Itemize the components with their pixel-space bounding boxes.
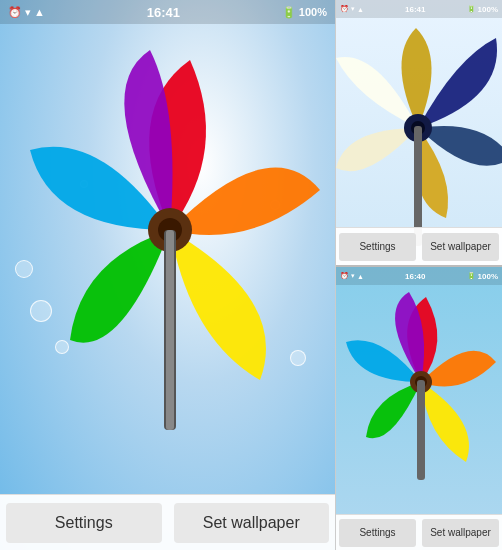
left-status-icons-right: 🔋 100% [282,6,327,19]
right-top-section: ⏰ ▾ ▲ 16:41 🔋 100% [336,0,502,265]
rb-alarm-icon: ⏰ [340,272,349,280]
rt-wifi-icon: ▾ [351,5,355,13]
svg-rect-3 [166,230,174,430]
rt-battery-pct: 100% [478,5,498,14]
left-time: 16:41 [147,5,180,20]
rt-battery-icon: 🔋 [467,5,476,13]
right-bottom-status-bar: ⏰ ▾ ▲ 16:40 🔋 100% [336,267,502,285]
right-top-pinwheel [336,18,502,248]
right-bottom-bottom-bar: Settings Set wallpaper [336,514,502,550]
right-top-status-bar: ⏰ ▾ ▲ 16:41 🔋 100% [336,0,502,18]
set-wallpaper-button-right-top[interactable]: Set wallpaper [422,233,499,261]
rb-wifi-icon: ▾ [351,272,355,280]
left-pinwheel [20,30,320,440]
signal-icon: ▲ [34,6,45,18]
right-bottom-time: 16:40 [405,272,425,281]
left-bottom-bar: Settings Set wallpaper [0,494,335,550]
svg-rect-9 [417,380,425,480]
rt-signal-icon: ▲ [357,6,364,13]
right-bottom-section: ⏰ ▾ ▲ 16:40 🔋 100% Settings Set w [336,267,502,550]
left-panel: ⏰ ▾ ▲ 16:41 🔋 100% [0,0,335,550]
right-top-time: 16:41 [405,5,425,14]
wifi-icon: ▾ [25,6,31,19]
rb-battery-group: 🔋 100% [467,272,498,281]
rt-alarm-icon: ⏰ [340,5,349,13]
right-panel: ⏰ ▾ ▲ 16:41 🔋 100% [335,0,502,550]
set-wallpaper-button-right-bottom[interactable]: Set wallpaper [422,519,499,547]
alarm-icon: ⏰ [8,6,22,19]
settings-button-left[interactable]: Settings [6,503,162,543]
rb-battery-pct: 100% [478,272,498,281]
left-status-icons-left: ⏰ ▾ ▲ [8,6,45,19]
right-top-bottom-bar: Settings Set wallpaper [336,227,502,265]
left-status-bar: ⏰ ▾ ▲ 16:41 🔋 100% [0,0,335,24]
rb-status-left: ⏰ ▾ ▲ [340,272,364,280]
right-bottom-pinwheel [341,282,501,482]
rb-battery-icon: 🔋 [467,272,476,280]
battery-icon: 🔋 [282,6,296,19]
rt-battery-group: 🔋 100% [467,5,498,14]
settings-button-right-top[interactable]: Settings [339,233,416,261]
rb-signal-icon: ▲ [357,273,364,280]
right-top-status-left: ⏰ ▾ ▲ [340,5,364,13]
set-wallpaper-button-left[interactable]: Set wallpaper [174,503,330,543]
battery-percent: 100% [299,6,327,18]
settings-button-right-bottom[interactable]: Settings [339,519,416,547]
